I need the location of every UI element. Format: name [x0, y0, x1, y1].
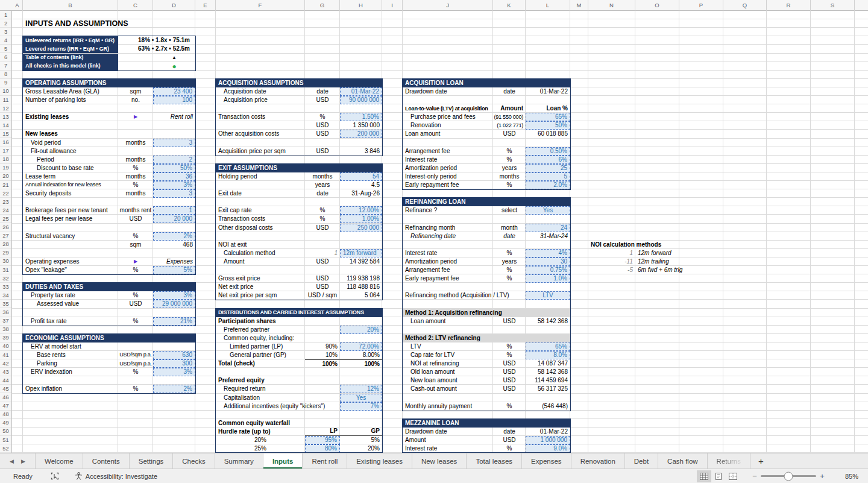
column-header-O[interactable]: O [635, 0, 679, 11]
cell-D16[interactable]: 3 [153, 139, 195, 147]
cell-L41[interactable]: 8.0% [526, 351, 570, 359]
sheet-tab-returns[interactable]: Returns [708, 453, 750, 469]
cell-D6[interactable]: ▲ [153, 54, 195, 62]
sheet-tab-welcome[interactable]: Welcome [35, 453, 83, 469]
row-header-22[interactable]: 22 [0, 189, 11, 198]
cell-H10[interactable]: 01-Mar-22 [340, 87, 382, 96]
row-header-15[interactable]: 15 [0, 130, 11, 138]
cell-D21[interactable]: 3% [153, 181, 195, 189]
sheet-tab-summary[interactable]: Summary [215, 453, 263, 469]
column-header-R[interactable]: R [767, 0, 811, 11]
cell-H25[interactable]: 1.00% [340, 215, 382, 223]
row-header-6[interactable]: 6 [0, 54, 11, 62]
row-header-52[interactable]: 52 [0, 444, 11, 453]
cell-L21[interactable]: 2.0% [526, 181, 570, 189]
row-header-11[interactable]: 11 [0, 96, 11, 104]
sheet-tab-new-leases[interactable]: New leases [412, 453, 467, 469]
page-break-preview-button[interactable] [726, 470, 740, 482]
row-header-9[interactable]: 9 [0, 79, 11, 87]
cell-B7[interactable]: All checks in this model (link) [23, 62, 118, 71]
row-header-26[interactable]: 26 [0, 224, 11, 232]
row-header-44[interactable]: 44 [0, 376, 11, 385]
cell-D34[interactable]: 3% [153, 291, 195, 300]
page-layout-view-button[interactable] [711, 470, 726, 482]
row-header-35[interactable]: 35 [0, 300, 11, 308]
tab-scroll-left-icon[interactable]: ◀ [10, 458, 14, 464]
cell-D11[interactable]: 100 [153, 96, 195, 104]
row-header-29[interactable]: 29 [0, 249, 11, 257]
sheet-tab-total-leases[interactable]: Total leases [467, 453, 522, 469]
cell-H29[interactable]: 12m forward [340, 249, 382, 257]
cell-L29[interactable]: 4% [526, 249, 570, 257]
cell-D43[interactable]: 3% [153, 368, 195, 376]
zoom-slider[interactable] [761, 475, 816, 477]
row-header-41[interactable]: 41 [0, 351, 11, 359]
column-header-D[interactable]: D [153, 0, 195, 11]
row-header-45[interactable]: 45 [0, 385, 11, 393]
cell-D25[interactable]: 20 000 [153, 215, 195, 223]
sheet-tab-settings[interactable]: Settings [130, 453, 174, 469]
row-header-7[interactable]: 7 [0, 62, 11, 71]
sheet-tab-cash-flow[interactable]: Cash flow [658, 453, 708, 469]
sheet-tab-renovation[interactable]: Renovation [571, 453, 625, 469]
row-header-50[interactable]: 50 [0, 428, 11, 436]
cell-L52[interactable]: 9.0% [526, 444, 570, 453]
column-header-I[interactable]: I [382, 0, 403, 11]
sheet-tab-inputs[interactable]: Inputs [263, 453, 303, 469]
cell-H47[interactable]: 7% [340, 402, 382, 411]
cell-H20[interactable]: 54 [340, 172, 382, 181]
cell-G52[interactable]: 80% [305, 444, 340, 453]
cell-L32[interactable]: 1.0% [526, 274, 570, 283]
cell-D20[interactable]: 36 [153, 172, 195, 181]
row-header-14[interactable]: 14 [0, 121, 11, 130]
cell-L19[interactable]: 25 [526, 164, 570, 172]
row-header-28[interactable]: 28 [0, 241, 11, 249]
zoom-slider-thumb[interactable] [784, 472, 793, 481]
row-header-39[interactable]: 39 [0, 334, 11, 343]
accessibility-status-button[interactable]: Accessibility: Investigate [75, 472, 157, 480]
cell-H11[interactable]: 90 000 000 [340, 96, 382, 104]
column-header-N[interactable]: N [588, 0, 635, 11]
cell-D42[interactable]: 300 [153, 359, 195, 368]
cell-D31[interactable]: 5% [153, 266, 195, 274]
row-header-47[interactable]: 47 [0, 402, 11, 411]
zoom-out-button[interactable]: − [749, 472, 761, 481]
cell-H26[interactable]: 250 000 [340, 224, 382, 232]
sheet-tab-existing-leases[interactable]: Existing leases [347, 453, 412, 469]
row-header-24[interactable]: 24 [0, 206, 11, 215]
cell-G51[interactable]: 95% [305, 436, 340, 444]
row-header-36[interactable]: 36 [0, 309, 11, 317]
column-header-Q[interactable]: Q [723, 0, 767, 11]
cell-L40[interactable]: 65% [526, 343, 570, 351]
row-header-5[interactable]: 5 [0, 45, 11, 53]
cell-L34[interactable]: LTV [526, 291, 570, 300]
row-header-33[interactable]: 33 [0, 283, 11, 291]
row-header-37[interactable]: 37 [0, 317, 11, 326]
row-header-46[interactable]: 46 [0, 394, 11, 402]
cell-L17[interactable]: 0.50% [526, 147, 570, 156]
row-header-17[interactable]: 17 [0, 147, 11, 156]
add-sheet-button[interactable]: + [750, 453, 772, 469]
row-header-4[interactable]: 4 [0, 36, 11, 45]
row-header-40[interactable]: 40 [0, 343, 11, 351]
cell-C13[interactable]: ▶ [118, 113, 153, 121]
cell-D22[interactable]: 3 [153, 189, 195, 198]
zoom-level-button[interactable]: 85% [832, 473, 858, 480]
tab-scroll-right-icon[interactable]: ▶ [21, 458, 25, 464]
sheet-tab-checks[interactable]: Checks [173, 453, 215, 469]
row-header-13[interactable]: 13 [0, 113, 11, 121]
cell-L13[interactable]: 65% [526, 113, 570, 121]
cell-L51[interactable]: 1 000 000 [526, 436, 570, 444]
column-header-P[interactable]: P [679, 0, 723, 11]
cell-D13[interactable]: Rent roll [153, 113, 195, 121]
cell-D45[interactable]: 2% [153, 385, 195, 393]
column-header-L[interactable]: L [526, 0, 570, 11]
row-header-23[interactable]: 23 [0, 198, 11, 206]
normal-view-button[interactable] [697, 470, 711, 482]
column-header-G[interactable]: G [305, 0, 340, 11]
row-header-12[interactable]: 12 [0, 104, 11, 113]
row-header-51[interactable]: 51 [0, 436, 11, 444]
row-header-49[interactable]: 49 [0, 419, 11, 428]
column-header-A[interactable]: A [12, 0, 23, 11]
row-header-16[interactable]: 16 [0, 139, 11, 147]
